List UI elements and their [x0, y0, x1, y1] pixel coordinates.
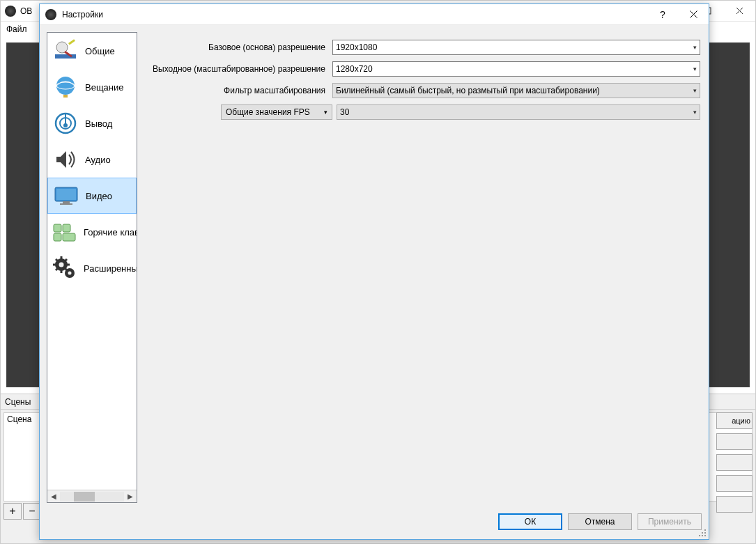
sidebar-item-output[interactable]: Вывод: [47, 105, 137, 141]
sidebar-item-label: Горячие клавиши: [84, 227, 137, 238]
dialog-close-button[interactable]: [678, 4, 709, 25]
apply-button: Применить: [638, 513, 702, 530]
scaled-resolution-label: Выходное (масштабированное) разрешение: [144, 64, 332, 74]
fps-value: 30: [340, 107, 349, 117]
sidebar-item-advanced[interactable]: Расширенные: [47, 250, 137, 286]
svg-rect-20: [60, 203, 72, 205]
main-close-button[interactable]: [723, 1, 755, 22]
obs-logo-icon: [5, 6, 16, 17]
video-icon: [52, 182, 80, 210]
sidebar-item-label: Общие: [85, 46, 115, 56]
sidebar-item-label: Вещание: [85, 82, 124, 93]
base-resolution-label: Базовое (основа) разрешение: [144, 42, 332, 52]
sidebar-item-hotkeys[interactable]: Горячие клавиши: [47, 214, 137, 250]
sidebar-item-label: Расширенные: [84, 263, 137, 274]
svg-rect-6: [55, 54, 76, 59]
svg-line-35: [65, 259, 68, 261]
svg-line-36: [56, 269, 58, 271]
svg-rect-24: [63, 233, 75, 241]
chevron-down-icon: ▾: [324, 109, 327, 116]
downscale-filter-combo[interactable]: Билинейный (самый быстрый, но размытый п…: [332, 83, 700, 98]
fps-type-combo[interactable]: Общие значения FPS ▾: [221, 104, 332, 120]
general-icon: [52, 37, 79, 65]
chevron-down-icon: ▾: [693, 109, 697, 116]
side-button-2[interactable]: [716, 433, 753, 450]
side-button-5[interactable]: [716, 496, 753, 513]
settings-sidebar: Общие Вещание: [47, 32, 137, 503]
scroll-left-icon[interactable]: ◀: [47, 491, 60, 502]
scroll-right-icon[interactable]: ▶: [124, 491, 137, 502]
dialog-title: Настройки: [62, 10, 103, 20]
chevron-down-icon: ▾: [693, 65, 697, 72]
scaled-resolution-combo[interactable]: 1280x720 ▾: [332, 61, 700, 77]
svg-rect-41: [702, 535, 703, 536]
svg-point-28: [68, 272, 72, 275]
cancel-button[interactable]: Отмена: [568, 513, 632, 530]
sidebar-item-audio[interactable]: Аудио: [47, 141, 137, 178]
svg-rect-12: [63, 95, 68, 98]
sidebar-item-label: Вывод: [85, 118, 112, 129]
svg-rect-19: [63, 201, 70, 203]
chevron-down-icon: ▾: [693, 87, 697, 94]
advanced-icon: [52, 254, 78, 282]
scaled-resolution-value: 1280x720: [336, 64, 373, 74]
svg-rect-22: [63, 224, 70, 232]
menu-file[interactable]: Файл: [6, 24, 27, 34]
svg-point-10: [56, 77, 75, 95]
downscale-filter-value: Билинейный (самый быстрый, но размытый п…: [336, 86, 600, 95]
dialog-help-button[interactable]: ?: [647, 4, 678, 25]
svg-rect-39: [704, 532, 706, 534]
svg-rect-38: [702, 532, 703, 534]
scroll-thumb[interactable]: [74, 492, 95, 502]
dialog-titlebar: Настройки ?: [40, 4, 709, 25]
sidebar-item-label: Аудио: [85, 155, 111, 165]
svg-rect-42: [704, 535, 706, 536]
svg-rect-40: [699, 535, 700, 536]
base-resolution-combo[interactable]: 1920x1080 ▾: [332, 40, 700, 55]
output-icon: [52, 109, 79, 137]
chevron-down-icon: ▾: [693, 44, 697, 51]
video-settings-panel: Базовое (основа) разрешение 1920x1080 ▾ …: [144, 32, 702, 503]
dialog-logo-icon: [45, 9, 56, 20]
side-button-3[interactable]: [716, 454, 753, 471]
sidebar-item-label: Видео: [86, 191, 112, 201]
svg-rect-9: [68, 39, 75, 45]
dialog-button-bar: ОК Отмена Применить: [40, 510, 709, 539]
side-button-4[interactable]: [716, 475, 753, 492]
main-title: OB: [20, 6, 32, 16]
sidebar-item-video[interactable]: Видео: [47, 178, 137, 214]
fps-type-value: Общие значения FPS: [226, 107, 310, 117]
ok-button[interactable]: ОК: [498, 513, 562, 530]
stream-icon: [52, 73, 79, 101]
base-resolution-value: 1920x1080: [336, 42, 377, 52]
scroll-track[interactable]: [60, 492, 124, 502]
add-scene-button[interactable]: +: [3, 503, 22, 520]
svg-rect-23: [54, 233, 61, 241]
resize-grip-icon[interactable]: [697, 528, 707, 538]
sidebar-item-general[interactable]: Общие: [47, 33, 137, 69]
svg-line-34: [65, 269, 68, 271]
audio-icon: [52, 146, 79, 173]
svg-rect-21: [54, 224, 61, 232]
settings-dialog: Настройки ?: [39, 3, 709, 540]
svg-line-33: [56, 259, 58, 261]
sidebar-hscrollbar[interactable]: ◀ ▶: [47, 490, 137, 502]
svg-point-27: [59, 263, 64, 267]
svg-rect-18: [56, 189, 76, 200]
sidebar-item-stream[interactable]: Вещание: [47, 69, 137, 105]
fps-value-combo[interactable]: 30 ▾: [337, 104, 700, 120]
downscale-filter-label: Фильтр масштабирования: [144, 86, 332, 95]
hotkeys-icon: [52, 218, 78, 246]
side-button-1[interactable]: ацию: [716, 412, 753, 429]
svg-rect-37: [704, 529, 706, 531]
